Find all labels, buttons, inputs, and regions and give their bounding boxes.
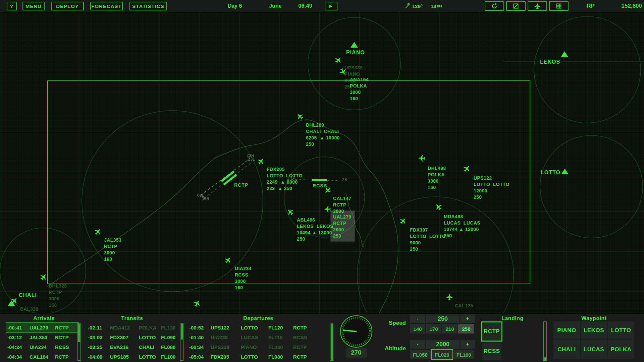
altitude-label: Altitude bbox=[372, 344, 406, 353]
waypoint-button-polka[interactable]: POLKA bbox=[608, 340, 634, 359]
transits-scrollbar[interactable] bbox=[180, 323, 183, 361]
aircraft-icon-unknown[interactable] bbox=[193, 299, 202, 308]
aircraft-label-jal353[interactable]: JAL353RCTP3000160 bbox=[104, 237, 121, 262]
cell-rwy: RCTP bbox=[293, 325, 313, 330]
panel-divider-scrollbar[interactable] bbox=[543, 321, 547, 361]
rp-value: 152,800 bbox=[602, 0, 642, 12]
departure-row-ups338[interactable]: -02:34UPS338PIANOFL080RCTP bbox=[188, 342, 315, 352]
waypoint-button-lotto[interactable]: LOTTO bbox=[608, 321, 634, 340]
waypoint-button-chali[interactable]: CHALI bbox=[553, 340, 580, 359]
aircraft-icon-ups122[interactable] bbox=[463, 164, 471, 173]
speed-preset-250[interactable]: 250 bbox=[458, 324, 474, 334]
cell-fl: FL120 bbox=[268, 325, 293, 330]
aircraft-label-uia234[interactable]: UIA234RCSS3000160 bbox=[235, 265, 252, 291]
contrast-toggle-button[interactable] bbox=[506, 1, 526, 11]
arrival-row-cal184[interactable]: -04:34CAL184RCTP bbox=[6, 352, 78, 362]
aircraft-label-ups122[interactable]: UPS122LOTTO LOTTO12000250 bbox=[474, 175, 509, 200]
aircraft-label-ual279[interactable]: UAL279RCTP2000250 bbox=[331, 211, 355, 241]
cell-time: -03:12 bbox=[7, 335, 30, 340]
grid-toggle-button[interactable] bbox=[549, 1, 569, 11]
aircraft-label-cal339[interactable]: CAL339 bbox=[20, 306, 39, 312]
landing-runway-rctp[interactable]: RCTP bbox=[482, 322, 501, 341]
aircraft-label-abl496[interactable]: ABL496LEKOS LEKOS10494 ▲ 13000250 bbox=[297, 217, 333, 242]
altitude-preset-fl020[interactable]: FL020 bbox=[432, 350, 452, 359]
aircraft-icon-ana164[interactable] bbox=[339, 67, 347, 76]
waypoint-button-lekos[interactable]: LEKOS bbox=[581, 321, 607, 340]
aircraft-icon-abl496[interactable] bbox=[286, 207, 294, 216]
cell-fl: FL080 bbox=[268, 354, 293, 360]
waypoint-button-lucas[interactable]: LUCAS bbox=[581, 340, 607, 359]
wind-speed: 13kts bbox=[431, 0, 451, 12]
aircraft-icon-cal339[interactable] bbox=[10, 296, 19, 305]
altitude-preset-fl050[interactable]: FL050 bbox=[410, 350, 431, 359]
refresh-toggle-button[interactable] bbox=[485, 1, 504, 11]
plane-icon bbox=[534, 2, 541, 10]
waypoint-button-piano[interactable]: PIANO bbox=[553, 321, 580, 340]
departure-row-ups122[interactable]: -00:52UPS122LOTTOFL120RCTP bbox=[188, 323, 315, 333]
transit-row-eva216[interactable]: -03:25EVA216CHALIFL080 bbox=[87, 342, 181, 352]
speed-preset-140[interactable]: 140 bbox=[410, 324, 425, 334]
aircraft-label-dhl200[interactable]: DHL200CHALI CHALI6205 ▲ 10000250 bbox=[306, 122, 340, 147]
forecast-button[interactable]: FORECAST bbox=[90, 2, 123, 10]
cell-time: -04:34 bbox=[7, 354, 30, 360]
speed-label: Speed bbox=[372, 319, 406, 327]
aircraft-icon-ups338[interactable] bbox=[334, 56, 343, 64]
aircraft-icon-dhl498[interactable] bbox=[417, 154, 426, 163]
aircraft-icon-jal353[interactable] bbox=[94, 227, 102, 236]
altitude-minus-button[interactable]: - bbox=[410, 340, 425, 349]
speed-plus-button[interactable]: + bbox=[460, 314, 475, 323]
waypoint-name-lotto: LOTTO bbox=[541, 170, 560, 176]
control-panel: Arrivals Transits Departures -00:41UAL27… bbox=[0, 313, 644, 362]
speed-minus-button[interactable]: - bbox=[410, 314, 425, 323]
cell-fl: FL130 bbox=[161, 325, 180, 330]
cell-time: -00:41 bbox=[7, 325, 30, 330]
help-button[interactable]: ? bbox=[7, 2, 17, 10]
aircraft-label-mda498[interactable]: MDA498LUCAS LUCAS10744 ▲ 12000250 bbox=[444, 214, 480, 239]
speed-preset-170[interactable]: 170 bbox=[426, 324, 441, 334]
aircraft-label-dhl498[interactable]: DHL498POLKA3000160 bbox=[428, 165, 446, 191]
aircraft-icon-uia234[interactable] bbox=[224, 256, 232, 264]
aircraft-icon-dhl200[interactable] bbox=[296, 112, 304, 121]
cell-time: -02:34 bbox=[189, 344, 211, 350]
speed-preset-210[interactable]: 210 bbox=[442, 324, 458, 334]
arrival-row-uia234[interactable]: -04:24UIA234RCSS bbox=[6, 342, 78, 352]
departure-row-uia230[interactable]: -01:40UIA230LUCASFL110RCSS bbox=[188, 333, 315, 342]
menu-button[interactable]: MENU bbox=[22, 2, 45, 10]
arrivals-scrollbar[interactable] bbox=[77, 323, 81, 361]
aircraft-icon-fdx307[interactable] bbox=[399, 217, 408, 225]
cell-time: -00:52 bbox=[189, 325, 211, 330]
aircraft-icon-mda498[interactable] bbox=[434, 202, 443, 211]
rp-label: RP bbox=[584, 0, 598, 12]
play-button[interactable]: ▶ bbox=[325, 2, 337, 10]
altitude-plus-button[interactable]: + bbox=[460, 340, 475, 349]
departure-row-fdx205[interactable]: -05:04FDX205LOTTOFL080RCTP bbox=[188, 352, 315, 362]
aircraft-icon-cal125[interactable] bbox=[445, 293, 454, 301]
transit-row-ups185[interactable]: -04:00UPS185LOTTOFL100 bbox=[87, 352, 181, 362]
deploy-button[interactable]: DEPLOY bbox=[51, 2, 84, 10]
aircraft-label-cal125[interactable]: CAL125 bbox=[455, 303, 473, 309]
plane-toggle-button[interactable] bbox=[528, 1, 547, 11]
cell-fl: FL110 bbox=[268, 335, 293, 340]
aircraft-icon-fdx205[interactable] bbox=[257, 157, 265, 166]
radar-map[interactable]: PIANOLEKOSLOTTOCHALIRCTPRCSS05L05R23R23L… bbox=[0, 12, 644, 313]
aircraft-label-dhl328[interactable]: DHL328RCTP3000160 bbox=[49, 283, 67, 308]
transit-row-mda412[interactable]: -02:11MDA412POLKAFL130 bbox=[87, 323, 181, 333]
cell-rwy: RCTP bbox=[293, 354, 313, 360]
landing-runway-rcss[interactable]: RCSS bbox=[482, 343, 501, 360]
departures-scrollbar[interactable] bbox=[330, 323, 333, 361]
aircraft-label-ana164[interactable]: ANA164POLKA3000160 bbox=[350, 76, 369, 102]
cell-time: -03:03 bbox=[88, 335, 110, 340]
aircraft-icon-dhl328[interactable] bbox=[39, 273, 48, 281]
transit-row-fdx307[interactable]: -03:03FDX307LOTTOFL090 bbox=[87, 333, 181, 342]
cell-fix: LOTTO bbox=[139, 354, 161, 360]
statistics-button[interactable]: STATISTICS bbox=[129, 2, 167, 10]
cell-callsign: FDX307 bbox=[110, 335, 139, 340]
arrival-row-jal353[interactable]: -03:12JAL353RCTP bbox=[6, 333, 78, 342]
aircraft-icon-cal147[interactable] bbox=[323, 186, 332, 195]
heading-dial[interactable] bbox=[338, 313, 375, 350]
aircraft-label-fdx205[interactable]: FDX205LOTTO LOTTO2249 ▲ 8000223 ▲ 250 bbox=[267, 166, 303, 192]
aircraft-label-fdx307[interactable]: FDX307LOTTO LOTTO9000250 bbox=[410, 227, 446, 252]
altitude-preset-fl100[interactable]: FL100 bbox=[453, 350, 474, 359]
departures-title: Departures bbox=[188, 315, 329, 321]
arrival-row-ual279[interactable]: -00:41UAL279RCTP bbox=[6, 323, 78, 333]
